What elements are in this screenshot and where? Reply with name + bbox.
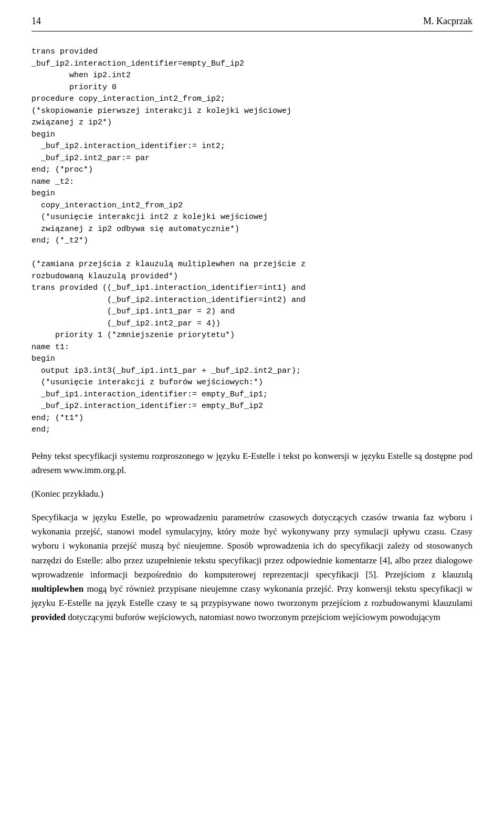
page-header: 14 M. Kacprzak [32,16,472,32]
page-title: M. Kacprzak [423,16,472,27]
paragraph-3: Specyfikacja w języku Estelle, po wprowa… [32,510,472,625]
page-number: 14 [32,16,41,27]
paragraph-1: Pełny tekst specyfikacji systemu rozpros… [32,449,472,477]
paragraph-2: (Koniec przykładu.) [32,487,472,501]
code-block: trans provided _buf_ip2.interaction_iden… [32,46,472,436]
